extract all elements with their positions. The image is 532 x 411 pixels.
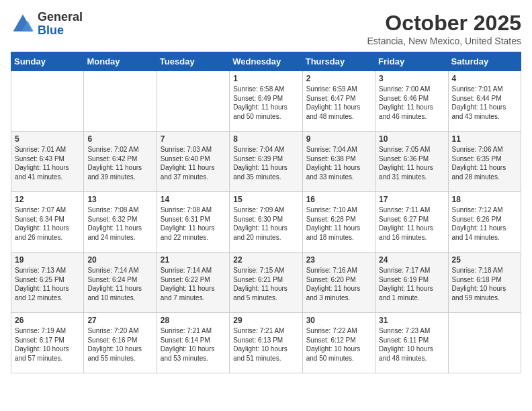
weekday-header: Wednesday bbox=[230, 52, 302, 71]
calendar-cell: 16Sunrise: 7:10 AMSunset: 6:28 PMDayligh… bbox=[302, 192, 375, 253]
calendar-cell: 25Sunrise: 7:18 AMSunset: 6:18 PMDayligh… bbox=[448, 253, 521, 313]
cell-details: Sunrise: 7:23 AMSunset: 6:11 PMDaylight:… bbox=[379, 326, 444, 363]
day-number: 28 bbox=[161, 316, 226, 325]
day-number: 17 bbox=[379, 195, 444, 204]
weekday-header: Monday bbox=[84, 52, 157, 71]
calendar-cell: 17Sunrise: 7:11 AMSunset: 6:27 PMDayligh… bbox=[375, 192, 448, 253]
day-number: 26 bbox=[15, 316, 80, 325]
calendar-cell: 27Sunrise: 7:20 AMSunset: 6:16 PMDayligh… bbox=[84, 313, 157, 373]
calendar-cell bbox=[448, 313, 521, 373]
cell-details: Sunrise: 7:18 AMSunset: 6:18 PMDaylight:… bbox=[452, 266, 517, 302]
calendar-cell: 12Sunrise: 7:07 AMSunset: 6:34 PMDayligh… bbox=[11, 192, 84, 253]
calendar-cell: 4Sunrise: 7:01 AMSunset: 6:44 PMDaylight… bbox=[448, 71, 521, 132]
header-row: SundayMondayTuesdayWednesdayThursdayFrid… bbox=[11, 52, 521, 71]
day-number: 5 bbox=[15, 134, 80, 144]
day-number: 25 bbox=[452, 255, 517, 265]
day-number: 23 bbox=[306, 255, 371, 265]
day-number: 7 bbox=[161, 134, 226, 144]
page-header: General Blue October 2025 Estancia, New … bbox=[11, 11, 521, 46]
cell-details: Sunrise: 7:02 AMSunset: 6:42 PMDaylight:… bbox=[87, 145, 152, 181]
cell-details: Sunrise: 7:22 AMSunset: 6:12 PMDaylight:… bbox=[306, 326, 371, 363]
calendar-cell: 15Sunrise: 7:09 AMSunset: 6:30 PMDayligh… bbox=[230, 192, 302, 253]
day-number: 15 bbox=[233, 195, 298, 204]
cell-details: Sunrise: 7:08 AMSunset: 6:32 PMDaylight:… bbox=[87, 205, 152, 242]
calendar-cell: 1Sunrise: 6:58 AMSunset: 6:49 PMDaylight… bbox=[230, 71, 302, 132]
calendar-cell bbox=[84, 71, 157, 132]
cell-details: Sunrise: 7:21 AMSunset: 6:13 PMDaylight:… bbox=[233, 326, 298, 363]
calendar-cell: 9Sunrise: 7:04 AMSunset: 6:38 PMDaylight… bbox=[302, 132, 375, 192]
day-number: 18 bbox=[452, 195, 517, 204]
calendar-week-row: 1Sunrise: 6:58 AMSunset: 6:49 PMDaylight… bbox=[11, 71, 521, 132]
calendar-cell bbox=[11, 71, 84, 132]
calendar-cell: 29Sunrise: 7:21 AMSunset: 6:13 PMDayligh… bbox=[230, 313, 302, 373]
weekday-header: Friday bbox=[375, 52, 448, 71]
calendar-cell bbox=[157, 71, 229, 132]
cell-details: Sunrise: 6:59 AMSunset: 6:47 PMDaylight:… bbox=[306, 85, 371, 121]
cell-details: Sunrise: 7:04 AMSunset: 6:39 PMDaylight:… bbox=[233, 145, 298, 181]
calendar-cell: 3Sunrise: 7:00 AMSunset: 6:46 PMDaylight… bbox=[375, 71, 448, 132]
calendar-cell: 13Sunrise: 7:08 AMSunset: 6:32 PMDayligh… bbox=[84, 192, 157, 253]
calendar-cell: 18Sunrise: 7:12 AMSunset: 6:26 PMDayligh… bbox=[448, 192, 521, 253]
cell-details: Sunrise: 7:19 AMSunset: 6:17 PMDaylight:… bbox=[15, 326, 80, 363]
cell-details: Sunrise: 7:11 AMSunset: 6:27 PMDaylight:… bbox=[379, 205, 444, 242]
cell-details: Sunrise: 7:08 AMSunset: 6:31 PMDaylight:… bbox=[161, 205, 226, 242]
calendar-subtitle: Estancia, New Mexico, United States bbox=[367, 36, 521, 46]
cell-details: Sunrise: 7:01 AMSunset: 6:44 PMDaylight:… bbox=[452, 85, 517, 121]
calendar-week-row: 5Sunrise: 7:01 AMSunset: 6:43 PMDaylight… bbox=[11, 132, 521, 192]
cell-details: Sunrise: 7:15 AMSunset: 6:21 PMDaylight:… bbox=[233, 266, 298, 302]
day-number: 8 bbox=[233, 134, 298, 144]
day-number: 16 bbox=[306, 195, 371, 204]
day-number: 9 bbox=[306, 134, 371, 144]
calendar-cell: 26Sunrise: 7:19 AMSunset: 6:17 PMDayligh… bbox=[11, 313, 84, 373]
cell-details: Sunrise: 7:20 AMSunset: 6:16 PMDaylight:… bbox=[87, 326, 152, 363]
cell-details: Sunrise: 7:05 AMSunset: 6:36 PMDaylight:… bbox=[379, 145, 444, 181]
cell-details: Sunrise: 7:03 AMSunset: 6:40 PMDaylight:… bbox=[161, 145, 226, 181]
calendar-cell: 6Sunrise: 7:02 AMSunset: 6:42 PMDaylight… bbox=[84, 132, 157, 192]
calendar-cell: 8Sunrise: 7:04 AMSunset: 6:39 PMDaylight… bbox=[230, 132, 302, 192]
day-number: 11 bbox=[452, 134, 517, 144]
day-number: 29 bbox=[233, 316, 298, 325]
calendar-week-row: 26Sunrise: 7:19 AMSunset: 6:17 PMDayligh… bbox=[11, 313, 521, 373]
day-number: 14 bbox=[161, 195, 226, 204]
day-number: 27 bbox=[87, 316, 152, 325]
cell-details: Sunrise: 7:13 AMSunset: 6:25 PMDaylight:… bbox=[15, 266, 80, 302]
title-block: October 2025 Estancia, New Mexico, Unite… bbox=[367, 11, 521, 46]
day-number: 30 bbox=[306, 316, 371, 325]
cell-details: Sunrise: 7:14 AMSunset: 6:22 PMDaylight:… bbox=[161, 266, 226, 302]
day-number: 13 bbox=[87, 195, 152, 204]
calendar-cell: 11Sunrise: 7:06 AMSunset: 6:35 PMDayligh… bbox=[448, 132, 521, 192]
cell-details: Sunrise: 7:09 AMSunset: 6:30 PMDaylight:… bbox=[233, 205, 298, 242]
day-number: 2 bbox=[306, 74, 371, 83]
cell-details: Sunrise: 7:12 AMSunset: 6:26 PMDaylight:… bbox=[452, 205, 517, 242]
calendar-cell: 20Sunrise: 7:14 AMSunset: 6:24 PMDayligh… bbox=[84, 253, 157, 313]
calendar-cell: 5Sunrise: 7:01 AMSunset: 6:43 PMDaylight… bbox=[11, 132, 84, 192]
cell-details: Sunrise: 7:21 AMSunset: 6:14 PMDaylight:… bbox=[161, 326, 226, 363]
weekday-header: Tuesday bbox=[157, 52, 229, 71]
cell-details: Sunrise: 7:16 AMSunset: 6:20 PMDaylight:… bbox=[306, 266, 371, 302]
calendar-cell: 30Sunrise: 7:22 AMSunset: 6:12 PMDayligh… bbox=[302, 313, 375, 373]
calendar-cell: 21Sunrise: 7:14 AMSunset: 6:22 PMDayligh… bbox=[157, 253, 229, 313]
day-number: 3 bbox=[379, 74, 444, 83]
day-number: 19 bbox=[15, 255, 80, 265]
cell-details: Sunrise: 7:07 AMSunset: 6:34 PMDaylight:… bbox=[15, 205, 80, 242]
logo-text: General Blue bbox=[38, 11, 83, 38]
logo-icon bbox=[11, 12, 35, 36]
weekday-header: Thursday bbox=[302, 52, 375, 71]
calendar-table: SundayMondayTuesdayWednesdayThursdayFrid… bbox=[11, 52, 521, 373]
calendar-cell: 10Sunrise: 7:05 AMSunset: 6:36 PMDayligh… bbox=[375, 132, 448, 192]
calendar-cell: 28Sunrise: 7:21 AMSunset: 6:14 PMDayligh… bbox=[157, 313, 229, 373]
day-number: 1 bbox=[233, 74, 298, 83]
calendar-cell: 24Sunrise: 7:17 AMSunset: 6:19 PMDayligh… bbox=[375, 253, 448, 313]
cell-details: Sunrise: 7:04 AMSunset: 6:38 PMDaylight:… bbox=[306, 145, 371, 181]
cell-details: Sunrise: 7:10 AMSunset: 6:28 PMDaylight:… bbox=[306, 205, 371, 242]
cell-details: Sunrise: 7:14 AMSunset: 6:24 PMDaylight:… bbox=[87, 266, 152, 302]
cell-details: Sunrise: 7:00 AMSunset: 6:46 PMDaylight:… bbox=[379, 85, 444, 121]
calendar-title: October 2025 bbox=[367, 11, 521, 36]
day-number: 20 bbox=[87, 255, 152, 265]
calendar-week-row: 12Sunrise: 7:07 AMSunset: 6:34 PMDayligh… bbox=[11, 192, 521, 253]
day-number: 31 bbox=[379, 316, 444, 325]
calendar-cell: 23Sunrise: 7:16 AMSunset: 6:20 PMDayligh… bbox=[302, 253, 375, 313]
logo: General Blue bbox=[11, 11, 83, 38]
weekday-header: Saturday bbox=[448, 52, 521, 71]
day-number: 4 bbox=[452, 74, 517, 83]
